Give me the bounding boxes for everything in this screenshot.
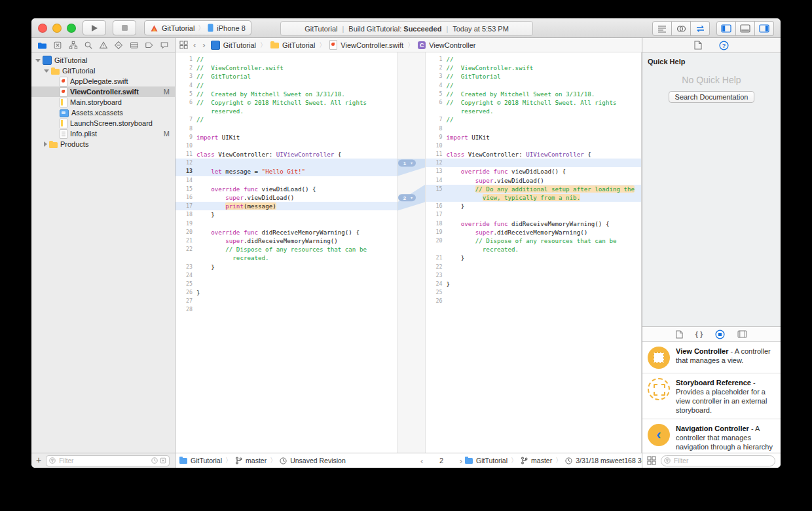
code-line-local-13[interactable]: 13 let message = "Hello Git!" (175, 167, 397, 176)
jumpbar-crumb-gittutorial[interactable]: GitTutorial (211, 41, 256, 50)
file-inspector-icon[interactable] (694, 41, 702, 50)
navigator-filter-field[interactable] (46, 455, 170, 466)
standard-editor-button[interactable] (652, 21, 672, 36)
change-badge-2[interactable]: 2▾ (398, 194, 416, 201)
minimize-window-button[interactable] (52, 24, 62, 33)
code-line-local-22[interactable]: 22 // Dispose of any resources that can … (175, 245, 397, 254)
code-line-committed-4[interactable]: 4// (426, 81, 642, 90)
code-line-local-28[interactable]: 28 (175, 305, 397, 314)
code-pane-committed[interactable]: 1//2// ViewController.swift3// GitTutori… (426, 52, 642, 453)
quick-help-inspector-icon[interactable]: ? (719, 41, 729, 50)
jumpbar-crumb-viewcontroller-swift[interactable]: ViewController.swift (329, 40, 403, 50)
disclosure-triangle[interactable] (44, 142, 47, 147)
scheme-selector[interactable]: GitTutorial 〉 iPhone 8 (144, 20, 251, 35)
code-line-committed-wrap[interactable]: recreated. (426, 245, 642, 254)
sidebar-item-gittutorial[interactable]: GitTutorial (31, 55, 175, 66)
code-line-committed-15[interactable]: 15 // Do any additional setup after load… (426, 185, 642, 193)
sidebar-item-info-plist[interactable]: Info.plistM (31, 128, 175, 139)
search-documentation-button[interactable]: Search Documentation (669, 91, 755, 103)
code-line-committed-13[interactable]: 13 override func viewDidLoad() { (426, 167, 642, 176)
add-button[interactable]: + (36, 455, 41, 465)
code-line-local-8[interactable]: 8 (175, 124, 397, 133)
code-line-local-5[interactable]: 5// Created by Mitchell Sweet on 3/31/18… (175, 90, 397, 98)
code-line-committed-22[interactable]: 22 (426, 263, 642, 271)
run-button[interactable] (83, 20, 106, 35)
code-line-committed-26[interactable]: 26 (426, 297, 642, 305)
sidebar-item-appdelegate-swift[interactable]: AppDelegate.swift (31, 76, 175, 86)
code-line-committed-wrap[interactable]: view, typically from a nib. (426, 193, 642, 202)
code-line-committed-24[interactable]: 24} (426, 280, 642, 288)
navigator-tab-breakpoints[interactable] (145, 41, 154, 50)
toggle-navigator-button[interactable] (716, 21, 736, 36)
disclosure-triangle[interactable] (35, 59, 41, 62)
library-item-view-controller[interactable]: View Controller - A controller that mana… (642, 342, 781, 373)
library-grid-view-icon[interactable] (647, 456, 656, 465)
code-line-local-10[interactable]: 10 (175, 142, 397, 150)
code-line-committed-11[interactable]: 11class ViewController: UIViewController… (426, 150, 642, 159)
code-line-committed-wrap[interactable]: reserved. (426, 107, 642, 115)
sidebar-item-main-storyboard[interactable]: Main.storyboard (31, 97, 175, 107)
code-line-committed-17[interactable]: 17 (426, 210, 642, 219)
stop-button[interactable] (113, 20, 136, 35)
code-line-committed-7[interactable]: 7// (426, 115, 642, 124)
jumpbar-crumb-viewcontroller[interactable]: CViewController (418, 41, 475, 49)
navigator-tab-debug[interactable] (130, 41, 139, 50)
code-line-committed-19[interactable]: 19 super.didReceiveMemoryWarning() (426, 228, 642, 237)
forward-button[interactable]: › (201, 40, 206, 50)
navigator-filter-input[interactable] (58, 457, 149, 465)
sidebar-item-launchscreen-storyboard[interactable]: LaunchScreen.storyboard (31, 118, 175, 128)
code-line-committed-6[interactable]: 6// Copyright © 2018 Mitchell Sweet. All… (426, 98, 642, 107)
version-editor-button[interactable] (691, 21, 710, 36)
code-pane-local[interactable]: 1//2// ViewController.swift3// GitTutori… (175, 52, 397, 453)
library-filter-field[interactable] (661, 455, 775, 466)
navigator-tab-project[interactable] (37, 41, 47, 50)
code-line-local-17[interactable]: 17 print(message) (175, 202, 397, 210)
code-line-local-21[interactable]: 21 super.didReceiveMemoryWarning() (175, 237, 397, 245)
navigator-tab-symbols[interactable] (69, 41, 78, 50)
change-badge-1[interactable]: 1▾ (398, 159, 416, 166)
back-button[interactable]: ‹ (192, 40, 197, 50)
sidebar-item-assets-xcassets[interactable]: Assets.xcassets (31, 107, 175, 118)
code-line-local-27[interactable]: 27 (175, 297, 397, 305)
code-line-committed-12[interactable]: 12 (426, 159, 642, 167)
code-line-local-9[interactable]: 9import UIKit (175, 133, 397, 142)
code-line-local-14[interactable]: 14 (175, 176, 397, 185)
file-template-library-icon[interactable] (676, 330, 683, 339)
code-line-committed-25[interactable]: 25 (426, 288, 642, 297)
disclosure-triangle[interactable] (44, 69, 49, 73)
media-library-icon[interactable] (737, 330, 747, 338)
navigator-tab-find[interactable] (84, 41, 93, 50)
code-line-local-1[interactable]: 1// (175, 55, 397, 64)
code-line-committed-18[interactable]: 18 override func didReceiveMemoryWarning… (426, 219, 642, 228)
scm-status-filter-icon[interactable] (160, 457, 166, 464)
library-item-navigation-controller[interactable]: ‹Navigation Controller - A controller th… (642, 419, 781, 455)
code-line-local-20[interactable]: 20 override func didReceiveMemoryWarning… (175, 228, 397, 237)
code-line-local-3[interactable]: 3// GitTutorial (175, 72, 397, 81)
code-line-local-25[interactable]: 25 (175, 280, 397, 288)
code-line-local-19[interactable]: 19 (175, 219, 397, 228)
code-line-local-12[interactable]: 12 (175, 159, 397, 167)
code-snippet-library-icon[interactable]: { } (695, 330, 703, 338)
sidebar-item-gittutorial[interactable]: GitTutorial (31, 66, 175, 76)
code-line-local-23[interactable]: 23 } (175, 263, 397, 271)
jumpbar-crumb-gittutorial[interactable]: GitTutorial (270, 41, 315, 49)
code-line-committed-1[interactable]: 1// (426, 55, 642, 64)
sidebar-item-viewcontroller-swift[interactable]: ViewController.swiftM (31, 86, 175, 97)
code-line-committed-20[interactable]: 20 // Dispose of any resources that can … (426, 237, 642, 245)
object-library-icon[interactable] (715, 330, 725, 339)
code-line-committed-3[interactable]: 3// GitTutorial (426, 72, 642, 81)
code-line-committed-23[interactable]: 23 (426, 271, 642, 280)
code-line-committed-14[interactable]: 14 super.viewDidLoad() (426, 176, 642, 185)
next-change-button[interactable]: › (460, 456, 462, 466)
assistant-editor-button[interactable] (672, 21, 691, 36)
sidebar-item-products[interactable]: Products (31, 139, 175, 149)
library-item-storyboard-reference[interactable]: Storyboard Reference - Provides a placeh… (642, 373, 781, 419)
zoom-window-button[interactable] (67, 24, 76, 33)
related-items-icon[interactable] (179, 41, 188, 49)
code-line-committed-8[interactable]: 8 (426, 124, 642, 133)
code-line-local-wrap[interactable]: recreated. (175, 254, 397, 262)
navigator-tab-tests[interactable] (114, 41, 123, 50)
code-line-committed-2[interactable]: 2// ViewController.swift (426, 64, 642, 72)
recent-files-filter-icon[interactable] (151, 457, 158, 464)
code-line-committed-21[interactable]: 21 } (426, 254, 642, 262)
